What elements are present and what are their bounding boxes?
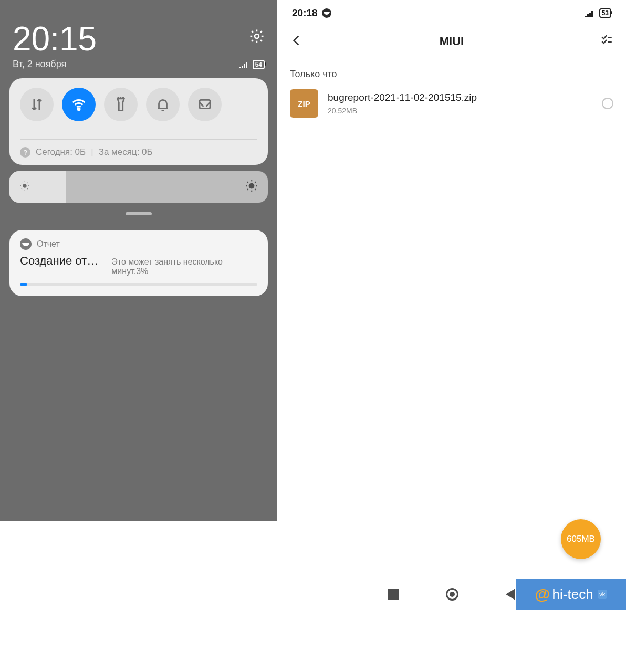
brightness-slider[interactable] — [9, 171, 268, 203]
navbar-title: MIUI — [440, 35, 464, 48]
svg-point-0 — [255, 34, 259, 38]
nav-home-icon[interactable] — [446, 588, 458, 601]
gear-icon[interactable] — [249, 28, 265, 46]
notification-card[interactable]: Отчет Создание отче.. Это может занять н… — [9, 230, 268, 296]
status-time: 20:18 — [292, 7, 318, 19]
svg-point-1 — [78, 108, 80, 110]
notif-app-name: Отчет — [37, 239, 60, 249]
dnd-toggle[interactable] — [146, 88, 180, 121]
wifi-toggle[interactable] — [62, 88, 96, 121]
usage-today: Сегодня: 0Б — [36, 147, 86, 158]
watermark-banner: @ hi-tech vk — [516, 579, 626, 610]
select-all-icon[interactable] — [600, 34, 613, 49]
battery-icon: 53 — [599, 8, 611, 18]
brightness-high-icon — [245, 179, 258, 195]
data-usage-row[interactable]: ? Сегодня: 0Б | За месяц: 0Б — [20, 139, 257, 158]
notif-progress — [20, 284, 257, 286]
notif-subtitle: Это может занять несколько минут.3% — [111, 257, 257, 276]
svg-point-4 — [249, 183, 255, 189]
file-size: 20.52MB — [328, 107, 477, 115]
storage-fab[interactable]: 605MB — [561, 519, 601, 559]
flashlight-toggle[interactable] — [104, 88, 138, 121]
brightness-low-icon — [19, 180, 30, 194]
data-toggle[interactable] — [20, 88, 54, 121]
usage-month: За месяц: 0Б — [99, 147, 153, 158]
battery-icon: 54 — [253, 60, 265, 69]
signal-icon — [239, 61, 249, 68]
notification-shade: 20:15 Вт, 2 ноября 54 — [0, 0, 277, 521]
status-app-icon — [322, 8, 331, 18]
date: Вт, 2 ноября — [13, 59, 66, 70]
status-icons: 54 — [239, 60, 265, 69]
nav-recents-icon[interactable] — [388, 589, 399, 600]
file-select-radio[interactable] — [602, 98, 613, 109]
shade-handle[interactable] — [126, 212, 152, 215]
status-bar: 20:18 53 — [277, 0, 626, 22]
svg-point-3 — [23, 184, 26, 187]
file-name: bugreport-2021-11-02-201515.zip — [328, 92, 477, 103]
app-navbar: MIUI — [277, 22, 626, 59]
watermark-text: hi-tech — [552, 586, 593, 603]
question-icon: ? — [20, 147, 30, 158]
zip-file-icon: ZIP — [290, 89, 318, 118]
quick-toggles-card: ? Сегодня: 0Б | За месяц: 0Б — [9, 78, 268, 165]
at-icon: @ — [535, 585, 550, 603]
file-row[interactable]: ZIP bugreport-2021-11-02-201515.zip 20.5… — [277, 84, 626, 123]
clock: 20:15 — [13, 22, 97, 56]
section-label: Только что — [277, 59, 626, 84]
vk-icon: vk — [598, 590, 607, 599]
notif-title: Создание отче.. — [20, 254, 103, 268]
screenshot-toggle[interactable] — [188, 88, 222, 121]
back-icon[interactable] — [290, 34, 304, 49]
report-app-icon — [20, 238, 32, 250]
nav-back-icon[interactable] — [506, 589, 515, 600]
signal-icon — [585, 9, 595, 17]
file-manager-screen: 20:18 53 MIUI Только что ZIP bugreport-2… — [277, 0, 626, 672]
